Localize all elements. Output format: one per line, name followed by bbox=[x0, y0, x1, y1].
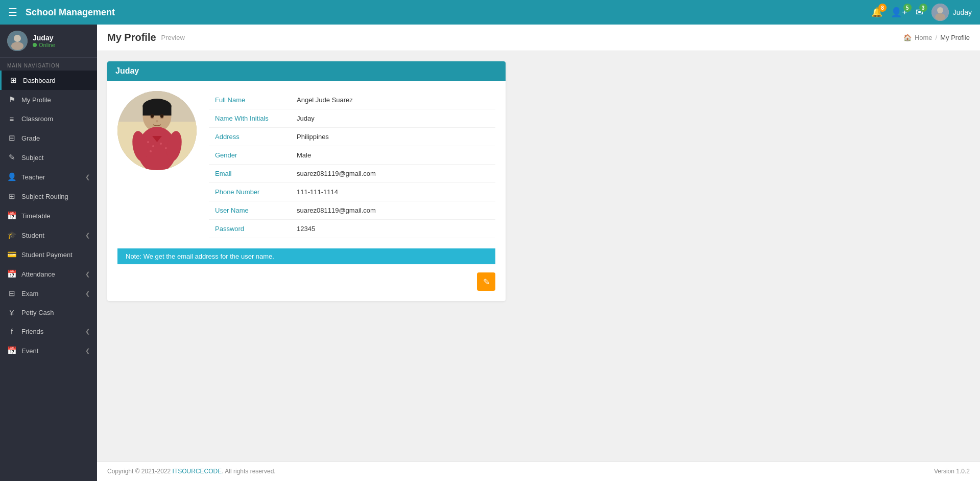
hamburger-icon[interactable]: ☰ bbox=[8, 6, 17, 18]
profile-icon: ⚑ bbox=[7, 95, 16, 104]
teacher-icon: 👤 bbox=[7, 172, 16, 181]
page-title: My Profile bbox=[107, 32, 156, 43]
profile-field-value: Male bbox=[291, 146, 495, 165]
subject-routing-icon: ⊞ bbox=[7, 192, 16, 201]
profile-row: AddressPhilippines bbox=[209, 128, 495, 146]
svg-point-15 bbox=[156, 120, 158, 123]
profile-row: Emailsuarez081119@gmail.com bbox=[209, 165, 495, 183]
add-user-icon[interactable]: 👤+ 5 bbox=[891, 7, 907, 18]
sidebar-item-label: Exam bbox=[21, 290, 38, 297]
svg-point-14 bbox=[160, 114, 163, 118]
sidebar-username: Juday bbox=[33, 34, 55, 42]
page-title-wrap: My Profile Preview bbox=[107, 32, 185, 43]
profile-card-header: Juday bbox=[107, 61, 506, 81]
messages-icon[interactable]: ✉ 3 bbox=[916, 7, 923, 18]
svg-point-19 bbox=[152, 145, 154, 147]
sidebar-user-status: Online bbox=[33, 42, 55, 48]
petty-cash-icon: ¥ bbox=[7, 308, 16, 317]
breadcrumb: 🏠 Home / My Profile bbox=[903, 34, 970, 41]
profile-field-label: Name With Initials bbox=[209, 109, 291, 128]
sidebar-item-label: Grade bbox=[21, 134, 40, 142]
profile-card-body: Full NameAngel Jude SuarezName With Init… bbox=[107, 81, 506, 248]
page-content: Juday bbox=[97, 51, 980, 461]
sidebar-item-dashboard[interactable]: ⊞ Dashboard bbox=[0, 71, 97, 90]
profile-info-table: Full NameAngel Jude SuarezName With Init… bbox=[209, 91, 495, 238]
payment-icon: 💳 bbox=[7, 250, 16, 259]
sidebar-item-event[interactable]: 📅 Event ❮ bbox=[0, 341, 97, 360]
sidebar-item-grade[interactable]: ⊟ Grade bbox=[0, 128, 97, 148]
profile-field-label: Full Name bbox=[209, 91, 291, 109]
profile-field-value: Philippines bbox=[291, 128, 495, 146]
profile-avatar-wrap bbox=[117, 91, 197, 238]
attendance-icon: 📅 bbox=[7, 269, 16, 279]
profile-field-label: User Name bbox=[209, 201, 291, 220]
profile-row: Phone Number111-111-1114 bbox=[209, 183, 495, 201]
sidebar-avatar bbox=[7, 31, 28, 51]
sidebar-item-friends[interactable]: f Friends ❮ bbox=[0, 322, 97, 341]
chevron-left-icon: ❮ bbox=[85, 290, 90, 297]
topnav-icons: 🔔 8 👤+ 5 ✉ 3 Juday bbox=[871, 4, 972, 21]
subject-icon: ✎ bbox=[7, 153, 16, 162]
sidebar-item-label: Petty Cash bbox=[21, 309, 54, 316]
edit-button[interactable]: ✎ bbox=[477, 272, 495, 291]
sidebar-item-classroom[interactable]: ≡ Classroom bbox=[0, 109, 97, 128]
profile-field-label: Address bbox=[209, 128, 291, 146]
topnav-avatar bbox=[931, 4, 949, 21]
sidebar-section-label: MAIN NAVIGATION bbox=[0, 58, 97, 71]
profile-field-value: suarez081119@gmail.com bbox=[291, 201, 495, 220]
footer-copyright: Copyright © 2021-2022 ITSOURCECODE. All … bbox=[107, 468, 276, 475]
sidebar-user-info: Juday Online bbox=[33, 34, 55, 48]
sidebar-item-label: Dashboard bbox=[23, 77, 56, 84]
dashboard-icon: ⊞ bbox=[9, 76, 18, 85]
user-menu[interactable]: Juday bbox=[931, 4, 972, 21]
notifications-icon[interactable]: 🔔 8 bbox=[871, 7, 882, 18]
sidebar-item-label: Student Payment bbox=[21, 251, 73, 259]
home-icon: 🏠 bbox=[903, 34, 912, 41]
svg-point-4 bbox=[14, 35, 21, 42]
sidebar: Juday Online MAIN NAVIGATION ⊞ Dashboard… bbox=[0, 25, 97, 481]
sidebar-item-exam[interactable]: ⊟ Exam ❮ bbox=[0, 284, 97, 303]
student-icon: 🎓 bbox=[7, 231, 16, 240]
footer-brand-link[interactable]: ITSOURCECODE bbox=[173, 468, 222, 475]
page-header: My Profile Preview 🏠 Home / My Profile bbox=[97, 25, 980, 51]
sidebar-item-timetable[interactable]: 📅 Timetable bbox=[0, 206, 97, 225]
main-content: My Profile Preview 🏠 Home / My Profile J… bbox=[97, 25, 980, 481]
sidebar-item-student-payment[interactable]: 💳 Student Payment bbox=[0, 245, 97, 264]
sidebar-item-label: Event bbox=[21, 347, 38, 355]
sidebar-item-my-profile[interactable]: ⚑ My Profile bbox=[0, 90, 97, 109]
sidebar-item-subject[interactable]: ✎ Subject bbox=[0, 148, 97, 167]
profile-card: Juday bbox=[107, 61, 506, 301]
sidebar-item-petty-cash[interactable]: ¥ Petty Cash bbox=[0, 303, 97, 322]
exam-icon: ⊟ bbox=[7, 289, 16, 298]
profile-row: GenderMale bbox=[209, 146, 495, 165]
footer-version: Version 1.0.2 bbox=[934, 468, 970, 475]
main-layout: Juday Online MAIN NAVIGATION ⊞ Dashboard… bbox=[0, 25, 980, 481]
footer: Copyright © 2021-2022 ITSOURCECODE. All … bbox=[97, 461, 980, 481]
profile-field-label: Email bbox=[209, 165, 291, 183]
sidebar-item-label: Teacher bbox=[21, 173, 45, 181]
svg-point-18 bbox=[147, 141, 149, 143]
sidebar-item-label: Classroom bbox=[21, 115, 53, 123]
friends-icon: f bbox=[7, 327, 16, 336]
page-subtitle: Preview bbox=[161, 34, 185, 41]
chevron-left-icon: ❮ bbox=[85, 232, 90, 239]
profile-row: Password12345 bbox=[209, 220, 495, 238]
sidebar-item-student[interactable]: 🎓 Student ❮ bbox=[0, 225, 97, 245]
sidebar-item-label: Attendance bbox=[21, 270, 55, 278]
profile-field-value: Angel Jude Suarez bbox=[291, 91, 495, 109]
svg-point-1 bbox=[937, 7, 943, 13]
profile-avatar bbox=[117, 91, 197, 170]
sidebar-item-teacher[interactable]: 👤 Teacher ❮ bbox=[0, 167, 97, 187]
profile-row: Full NameAngel Jude Suarez bbox=[209, 91, 495, 109]
status-dot bbox=[33, 43, 37, 47]
profile-row: Name With InitialsJuday bbox=[209, 109, 495, 128]
svg-point-20 bbox=[160, 143, 162, 145]
sidebar-item-label: Student bbox=[21, 232, 44, 239]
sidebar-item-attendance[interactable]: 📅 Attendance ❮ bbox=[0, 264, 97, 284]
app-title: School Management bbox=[26, 7, 871, 18]
breadcrumb-current: My Profile bbox=[940, 34, 970, 41]
sidebar-item-subject-routing[interactable]: ⊞ Subject Routing bbox=[0, 187, 97, 206]
profile-field-label: Phone Number bbox=[209, 183, 291, 201]
breadcrumb-home[interactable]: Home bbox=[915, 34, 933, 41]
event-icon: 📅 bbox=[7, 346, 16, 355]
